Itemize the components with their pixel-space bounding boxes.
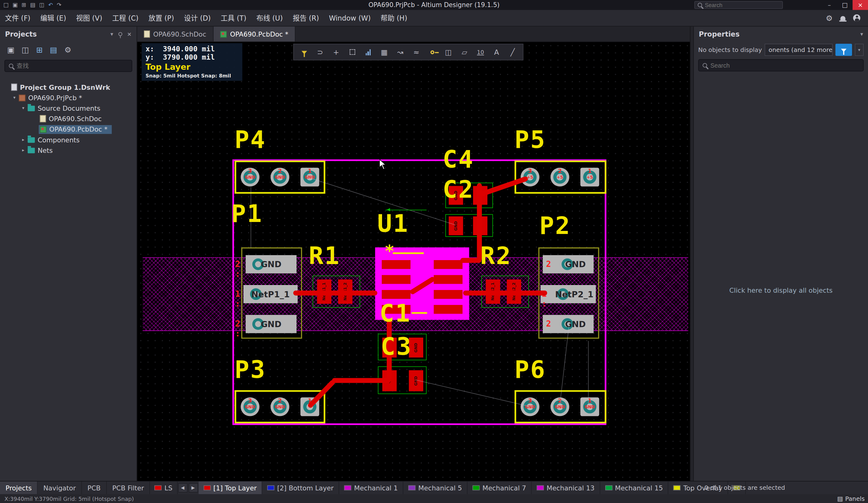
designator-r2[interactable]: R2 [480,244,512,268]
panel-menu-icon[interactable]: ▾ [110,31,113,37]
panel-copy-icon[interactable]: ◫ [22,45,29,54]
properties-search-input[interactable] [710,62,859,69]
menu-tools[interactable]: 工具 (T) [216,10,251,27]
layer-tab-mechanical-13[interactable]: Mechanical 13 [532,482,600,494]
trace[interactable] [463,290,547,296]
differential-pair-icon[interactable]: ≈ [408,45,424,59]
pad[interactable] [434,275,463,284]
grid-settings-icon[interactable]: ▦ [376,45,392,59]
new-document-icon[interactable]: □ [3,0,9,10]
line-icon[interactable]: ╱ [505,45,521,59]
pad[interactable]: 3GND [241,167,259,186]
minimize-button[interactable]: – [822,0,837,10]
designator-c4[interactable]: C4 [443,147,474,172]
global-search[interactable] [694,1,783,9]
panel-close-icon[interactable]: × [127,31,132,37]
panel-tab-pcb[interactable]: PCB [82,482,107,494]
save-all-icon[interactable]: ⊞ [21,0,26,10]
net-scope-icon[interactable]: ⊃ [312,45,328,59]
copy-icon[interactable]: ◫ [39,0,44,10]
designator-p6[interactable]: P6 [515,358,546,382]
pad[interactable]: 3GND [521,397,539,416]
designator-u1[interactable]: U1 [378,212,409,236]
properties-search[interactable] [698,59,864,72]
tree-item-pcbdoc[interactable]: OPA690.PcbDoc * [0,124,137,134]
designator-c2[interactable]: C2 [443,177,474,202]
designator-c3[interactable]: C3 [381,334,412,359]
layer-pair-icon[interactable]: ◫ [441,45,456,59]
open-icon[interactable]: ▤ [30,0,35,10]
tree-item-project[interactable]: ▾ OPA690.PrjPcb * [0,93,137,103]
layer-tab-mechanical-1[interactable]: Mechanical 1 [339,482,403,494]
pad[interactable]: 2GND [270,397,289,416]
filter-icon[interactable] [296,45,312,59]
display-all-objects-link[interactable]: Click here to display all objects [694,287,868,294]
menu-window[interactable]: Window (W) [324,10,375,27]
trace[interactable] [293,290,378,296]
pad[interactable]: NetP1_1 [244,285,298,303]
pad[interactable] [434,290,463,299]
designator-p2[interactable]: P2 [539,214,571,238]
tree-item-nets[interactable]: ▸ Nets [0,145,137,156]
pad[interactable] [382,275,411,284]
menu-project[interactable]: 工程 (C) [107,10,144,27]
global-search-input[interactable] [705,2,779,8]
p5-footprint[interactable]: 3+5 2+5 1+5 [515,161,607,194]
menu-route[interactable]: 布线 (U) [251,10,288,27]
tree-item-dsnwrk[interactable]: Project Group 1.DsnWrk [0,82,137,92]
snap-guide-icon[interactable]: + [328,45,344,59]
panels-button[interactable]: ▤Panels [837,495,865,502]
interactive-routing-icon[interactable]: ↝ [392,45,408,59]
designator-c1[interactable]: C1 [380,301,411,325]
pad[interactable]: GND [246,255,297,273]
layer-tab-mechanical-7[interactable]: Mechanical 7 [467,482,532,494]
select-area-icon[interactable] [344,45,360,59]
tree-item-source-documents[interactable]: ▾ Source Documents [0,103,137,113]
panel-collapse-icon[interactable]: ▾ [860,31,863,37]
redo-icon[interactable]: ↷ [57,0,61,10]
layer-scroll-right-icon[interactable]: ▶ [188,483,198,493]
pad[interactable] [434,260,463,269]
tree-item-components[interactable]: ▸ Components [0,134,137,145]
save-icon[interactable]: ▣ [12,0,18,10]
maximize-button[interactable]: □ [837,0,852,10]
pad[interactable]: 2+5 [550,167,569,186]
projects-search[interactable] [4,60,132,72]
close-button[interactable]: × [852,0,868,10]
keepout-icon[interactable] [424,45,441,59]
projects-search-input[interactable] [17,62,128,69]
pad[interactable] [382,290,411,299]
pad[interactable]: 1GND [580,397,599,416]
menu-edit[interactable]: 编辑 (E) [35,10,71,27]
histogram-icon[interactable] [360,45,376,59]
panel-tab-projects[interactable]: Projects [0,482,38,494]
pad[interactable]: 1GND [300,167,319,186]
pad[interactable]: 1+5 [580,167,599,186]
panel-tab-pcb-filter[interactable]: PCB Filter [107,482,150,494]
signal-icon[interactable]: ▱ [456,45,473,59]
pad[interactable]: 3GND [241,397,259,416]
pad[interactable]: 2GND [270,167,289,186]
panel-save-icon[interactable]: ▣ [7,45,14,54]
tree-item-schdoc[interactable]: OPA690.SchDoc [0,113,137,124]
designator-p1[interactable]: P1 [231,202,263,226]
undo-icon[interactable]: ↶ [48,0,53,10]
notifications-bell-icon[interactable] [840,16,845,20]
panel-settings-icon[interactable]: ⚙ [64,45,72,54]
designator-p3[interactable]: P3 [235,358,266,382]
measure-icon[interactable]: 10 [473,45,488,59]
layer-tab-bottom[interactable]: [2] Bottom Layer [262,482,339,494]
menu-reports[interactable]: 报告 (R) [288,10,324,27]
menu-place[interactable]: 放置 (P) [144,10,179,27]
menu-file[interactable]: 文件 (F) [0,10,35,27]
settings-gear-icon[interactable]: ⚙ [826,13,833,22]
tab-schdoc[interactable]: OPA690.SchDoc [137,27,213,41]
pad[interactable] [382,260,411,269]
layer-tab-mechanical-5[interactable]: Mechanical 5 [403,482,467,494]
p4-footprint[interactable]: 3GND 2GND 1GND [235,161,325,194]
pin-icon[interactable] [118,32,122,36]
panel-compile-icon[interactable]: ⊞ [36,45,43,54]
pcb-canvas[interactable]: x: 3940.000 mil y: 3790.000 mil Top Laye… [137,42,690,481]
menu-help[interactable]: 帮助 (H) [375,10,412,27]
panel-tab-navigator[interactable]: Navigator [38,482,82,494]
